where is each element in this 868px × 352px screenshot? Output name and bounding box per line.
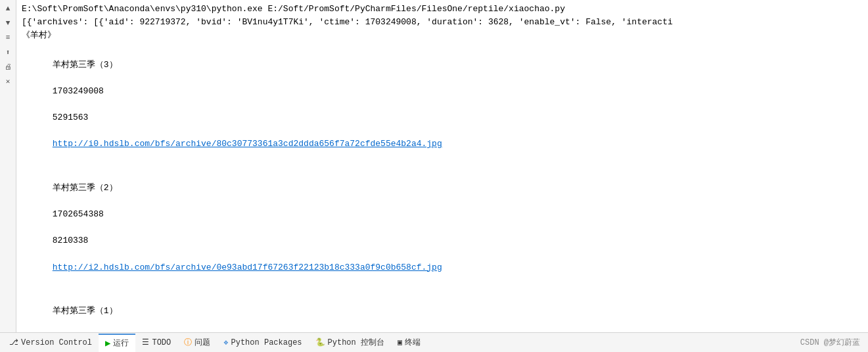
row-spacer [53,73,68,83]
path-line: E:\Soft\PromSoft\Anaconda\envs\py310\pyt… [22,3,863,16]
row-aid: 8210338 [53,236,89,245]
table-row: 羊村第三季（2） 1702654388 8210338 http://i2.hd… [22,168,863,288]
table-row: 羊村第三季（3） 1703249008 5291563 http://i0.hd… [22,45,863,164]
row-title: 羊村第三季（3） [53,60,118,70]
row-ctime: 1703249008 [53,86,104,96]
problems-icon: ⓘ [184,337,192,348]
json-line: [{'archives': [{'aid': 922719372, 'bvid'… [22,16,863,29]
row-ctime: 1702654388 [53,209,104,219]
tab-problems[interactable]: ⓘ 问题 [177,334,217,352]
scroll-up-btn[interactable]: ▲ [2,3,14,14]
python-console-icon: 🐍 [315,338,325,347]
tab-python-console[interactable]: 🐍 Python 控制台 [309,334,391,352]
python-packages-label: Python Packages [231,338,302,347]
row-url[interactable]: http://i2.hdslb.com/bfs/archive/0e93abd1… [53,263,442,272]
version-control-label: Version Control [21,338,92,347]
main-area: ▲ ▼ ≡ ⬆ 🖨 ✕ E:\Soft\PromSoft\Anaconda\en… [0,0,868,332]
python-packages-icon: ❖ [223,338,228,347]
table-row: 羊村第三季（1） 1702031106 13438493 http://i1.h… [22,291,863,332]
console-output: E:\Soft\PromSoft\Anaconda\envs\py310\pyt… [16,0,868,332]
tab-python-packages[interactable]: ❖ Python Packages [217,334,308,352]
watermark: CSDN @梦幻蔚蓝 [800,337,865,348]
print-btn[interactable]: 🖨 [2,61,14,72]
row-spacer [53,196,68,206]
row-spacer3 [53,126,68,136]
tab-version-control[interactable]: ⎇ Version Control [3,334,99,352]
row-title: 羊村第三季（2） [53,183,118,193]
todo-icon: ☰ [142,338,149,347]
tab-run[interactable]: ▶ 运行 [99,334,135,352]
left-gutter: ▲ ▼ ≡ ⬆ 🖨 ✕ [0,0,16,332]
row-spacer [53,319,68,329]
problems-label: 问题 [194,337,210,348]
scroll-top-btn[interactable]: ⬆ [2,46,14,58]
tab-terminal[interactable]: ▣ 终端 [391,334,427,352]
row-spacer3 [53,249,68,259]
tab-todo[interactable]: ☰ TODO [135,334,177,352]
row-title: 羊村第三季（1） [53,306,118,316]
terminal-label: 终端 [405,337,421,348]
row-aid: 5291563 [53,113,89,122]
wrap-btn[interactable]: ≡ [2,32,14,43]
run-icon: ▶ [105,338,110,349]
row-spacer2 [53,99,63,109]
scroll-down-btn[interactable]: ▼ [2,17,14,29]
clear-btn[interactable]: ✕ [2,75,14,87]
run-label: 运行 [113,338,129,349]
python-console-label: Python 控制台 [328,337,384,348]
row-spacer2 [53,222,63,232]
version-control-icon: ⎇ [9,338,18,347]
todo-label: TODO [152,338,171,347]
terminal-icon: ▣ [398,338,402,347]
row-url[interactable]: http://i0.hdslb.com/bfs/archive/80c30773… [53,139,442,149]
bottom-toolbar: ⎇ Version Control ▶ 运行 ☰ TODO ⓘ 问题 ❖ Pyt… [0,332,868,352]
section-label: 《羊村》 [22,29,863,42]
